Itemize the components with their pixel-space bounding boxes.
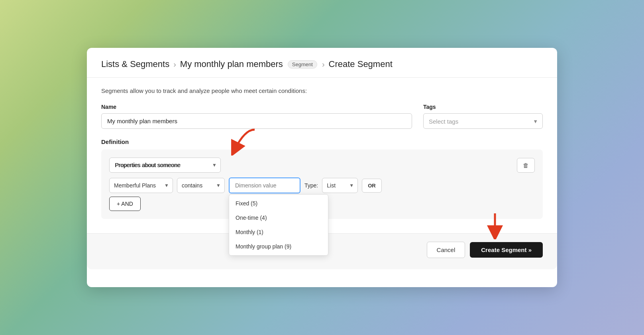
definition-label: Definition [101,138,129,145]
name-tags-row: Name Tags ▼ Select tags [101,104,543,129]
properties-select-wrapper: Properties about someone ▼ Properties ab… [109,158,221,173]
dimension-value-input[interactable] [229,177,300,193]
dropdown-item-onetime[interactable]: One-time (4) [229,211,328,225]
dropdown-item-monthly-group[interactable]: Monthly group plan (9) [229,239,328,254]
name-group: Name [101,104,412,129]
tags-label: Tags [423,104,543,110]
properties-select[interactable]: Properties about someone [109,158,221,173]
cancel-button[interactable]: Cancel [427,242,465,258]
tags-group: Tags ▼ Select tags [423,104,543,129]
type-label: Type: [304,182,318,189]
dimension-dropdown: Fixed (5) One-time (4) Monthly (1) Month… [229,194,328,256]
segment-badge: Segment [288,60,317,69]
create-segment-button[interactable]: Create Segment » [470,242,543,258]
tags-select-wrapper: ▼ Select tags [423,113,543,129]
or-button[interactable]: OR [362,179,382,193]
contains-wrapper: ▼ contains [177,178,225,193]
definition-row-1: Properties about someone ▼ Properties ab… [109,158,535,173]
dropdown-item-fixed[interactable]: Fixed (5) [229,196,328,211]
dimension-input-wrapper: Fixed (5) One-time (4) Monthly (1) Month… [229,177,300,193]
breadcrumb-sep1: › [173,60,176,69]
memberful-plans-select[interactable] [109,178,173,193]
name-input[interactable] [101,113,412,129]
and-button[interactable]: + AND [109,197,141,211]
type-select[interactable] [322,178,358,193]
trash-icon: 🗑 [523,162,529,169]
definition-row-2: ▼ Memberful Plans ▼ contains Fixed [109,177,535,193]
breadcrumb-sep2: › [322,60,325,69]
type-select-wrapper: ▼ List [322,178,358,193]
breadcrumb: Lists & Segments › My monthly plan membe… [101,59,543,69]
definition-section: Properties about someone ▼ Properties ab… [101,150,543,219]
breadcrumb-part2: My monthly plan members [180,59,283,69]
delete-rule-button[interactable]: 🗑 [517,158,535,173]
dropdown-item-monthly[interactable]: Monthly (1) [229,225,328,239]
memberful-plans-wrapper: ▼ Memberful Plans [109,178,173,193]
modal-header: Lists & Segments › My monthly plan membe… [87,48,557,78]
modal-body: Segments allow you to track and analyze … [87,78,557,233]
tags-select[interactable] [423,113,543,129]
description-text: Segments allow you to track and analyze … [101,87,543,94]
breadcrumb-part1: Lists & Segments [101,59,169,69]
breadcrumb-part3: Create Segment [329,59,393,69]
modal-container: Lists & Segments › My monthly plan membe… [87,48,557,287]
name-label: Name [101,104,412,110]
contains-select[interactable] [177,178,225,193]
definition-label-row: Definition [101,138,543,146]
